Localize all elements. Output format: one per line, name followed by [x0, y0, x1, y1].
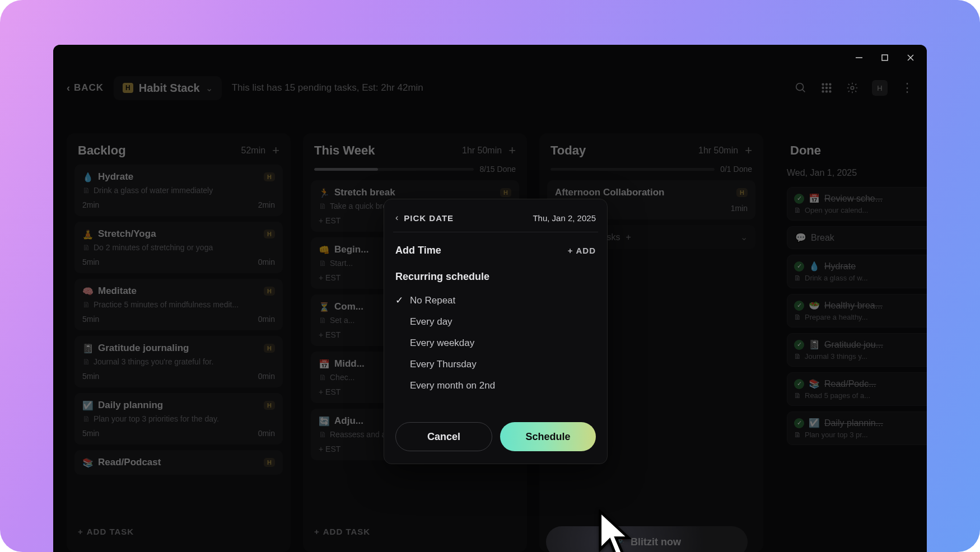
card-title: Begin...	[334, 244, 368, 255]
note-icon: 🗎	[319, 202, 326, 210]
back-button[interactable]: ‹ BACK	[67, 82, 104, 94]
apps-grid-icon[interactable]	[820, 82, 833, 94]
list-selector[interactable]: H Habit Stack ⌄	[114, 76, 222, 100]
schedule-modal: ‹ PICK DATE Thu, Jan 2, 2025 Add Time + …	[384, 199, 608, 464]
add-task-button[interactable]: + ADD TASK	[311, 521, 519, 542]
pick-date-button[interactable]: ‹ PICK DATE	[395, 213, 454, 223]
note-icon: 🗎	[82, 414, 90, 423]
add-card-icon[interactable]: +	[745, 143, 752, 158]
schedule-button[interactable]: Schedule	[500, 422, 596, 451]
column-title: Today	[550, 143, 586, 158]
svg-point-6	[822, 83, 824, 85]
chevron-down-icon: ⌄	[740, 232, 748, 242]
card-title: Stretch/Yoga	[98, 228, 156, 240]
svg-point-8	[829, 83, 831, 85]
column-estimate: 1hr 50min	[698, 146, 738, 156]
card-left-meta[interactable]: + EST	[319, 330, 340, 339]
card-title: Meditate	[98, 286, 137, 297]
back-label: BACK	[74, 82, 104, 93]
card-icon: ☑️	[82, 400, 94, 411]
done-item[interactable]: ✓ 🥗 Healthy brea... 🗎Prepare a healthy..…	[787, 294, 927, 328]
selected-date: Thu, Jan 2, 2025	[533, 213, 596, 223]
task-card[interactable]: ☑️ Daily planning H 🗎Plan your top 3 pri…	[74, 393, 283, 445]
add-card-icon[interactable]: +	[272, 143, 279, 158]
recurring-option[interactable]: Every day	[395, 311, 596, 333]
card-icon: 🧘	[82, 229, 94, 240]
done-subtitle: Open your calend...	[805, 206, 868, 214]
done-item[interactable]: ✓ 📓 Gratitude jou... 🗎Journal 3 things y…	[787, 333, 927, 367]
card-icon: 📅	[319, 359, 330, 369]
done-item[interactable]: ✓ 📚 Read/Podc... 🗎Read 5 pages of a...	[787, 372, 927, 406]
svg-point-10	[826, 87, 828, 89]
minimize-button[interactable]	[854, 53, 864, 63]
card-icon: 👊	[319, 245, 330, 255]
card-left-meta[interactable]: + EST	[319, 273, 340, 282]
task-card[interactable]: 📚 Read/Podcast H	[74, 450, 283, 475]
svg-point-14	[829, 91, 831, 92]
option-label: Every Thursday	[410, 359, 477, 370]
svg-point-4	[796, 83, 804, 91]
column-title: Done	[790, 143, 821, 158]
recurring-option[interactable]: Every month on 2nd	[395, 375, 596, 396]
search-icon[interactable]	[795, 82, 807, 94]
card-left-meta: 5min	[82, 315, 99, 324]
done-item[interactable]: ✓ ☑️ Daily plannin... 🗎Plan your top 3 p…	[787, 411, 927, 445]
task-card[interactable]: 🧠 Meditate H 🗎Practice 5 minutes of mind…	[74, 279, 283, 330]
card-icon: 📚	[809, 378, 820, 389]
recurring-title: Recurring schedule	[395, 271, 596, 283]
recurring-option[interactable]: ✓No Repeat	[395, 289, 596, 311]
task-card[interactable]: 📓 Gratitude journaling H 🗎Journal 3 thin…	[74, 336, 283, 387]
card-badge: H	[264, 401, 275, 410]
column-estimate: 52min	[241, 146, 266, 156]
add-card-icon[interactable]: +	[508, 143, 516, 158]
done-item[interactable]: ✓ 💧 Hydrate 🗎Drink a glass of w...	[787, 255, 927, 288]
done-title: Read/Podc...	[824, 379, 876, 389]
plus-icon: +	[568, 246, 573, 255]
done-subtitle: Drink a glass of w...	[805, 274, 868, 282]
app-window: ‹ BACK H Habit Stack ⌄ This list has 15 …	[53, 45, 927, 552]
blitzit-now-button[interactable]: 🚀 Blitzit now	[546, 526, 748, 552]
cancel-button[interactable]: Cancel	[395, 422, 492, 451]
settings-gear-icon[interactable]	[846, 82, 858, 94]
maximize-button[interactable]	[880, 53, 890, 63]
note-icon: 🗎	[794, 352, 801, 361]
task-card[interactable]: 💧 Hydrate H 🗎Drink a glass of water imme…	[74, 165, 283, 216]
plus-icon[interactable]: +	[626, 232, 631, 242]
cancel-label: Cancel	[427, 431, 460, 443]
add-time-label: Add Time	[395, 245, 441, 256]
task-card[interactable]: 🧘 Stretch/Yoga H 🗎Do 2 minutes of stretc…	[74, 222, 283, 273]
note-icon: 🗎	[794, 313, 801, 321]
more-menu-icon[interactable]: ⋮	[901, 81, 913, 95]
close-button[interactable]	[906, 53, 916, 63]
plus-icon: +	[314, 527, 320, 536]
add-task-button[interactable]: + ADD TASK	[74, 521, 283, 542]
check-icon: ✓	[794, 261, 804, 272]
check-icon: ✓	[794, 340, 804, 350]
done-item[interactable]: ✓ 📅 Review sche... 🗎Open your calend...	[787, 187, 927, 221]
card-icon: 🧠	[82, 286, 94, 297]
done-date: Wed, Jan 1, 2025	[787, 168, 927, 178]
recurring-option[interactable]: Every weekday	[395, 333, 596, 354]
card-icon: 💧	[809, 261, 820, 272]
card-badge: H	[500, 188, 511, 197]
done-item[interactable]: 💬Break	[787, 226, 927, 249]
svg-line-5	[802, 90, 805, 92]
list-title: Habit Stack	[139, 82, 200, 95]
done-title: Break	[811, 233, 834, 243]
user-avatar[interactable]: H	[872, 80, 888, 96]
done-title: Healthy brea...	[824, 301, 883, 311]
recurring-option[interactable]: Every Thursday	[395, 354, 596, 375]
card-left-meta[interactable]: + EST	[319, 216, 340, 225]
card-badge: H	[264, 287, 275, 296]
column-title: Backlog	[78, 143, 126, 158]
add-time-button[interactable]: + ADD	[568, 246, 596, 255]
card-left-meta: 5min	[82, 372, 99, 381]
card-icon: 📓	[82, 343, 94, 354]
card-left-meta[interactable]: + EST	[319, 387, 340, 396]
option-label: Every day	[410, 316, 452, 328]
card-title: Midd...	[334, 358, 365, 369]
card-left-meta[interactable]: + EST	[319, 445, 340, 453]
rocket-icon: 🚀	[613, 536, 625, 548]
card-right-meta: 0min	[258, 258, 275, 266]
note-icon: 🗎	[319, 430, 326, 439]
